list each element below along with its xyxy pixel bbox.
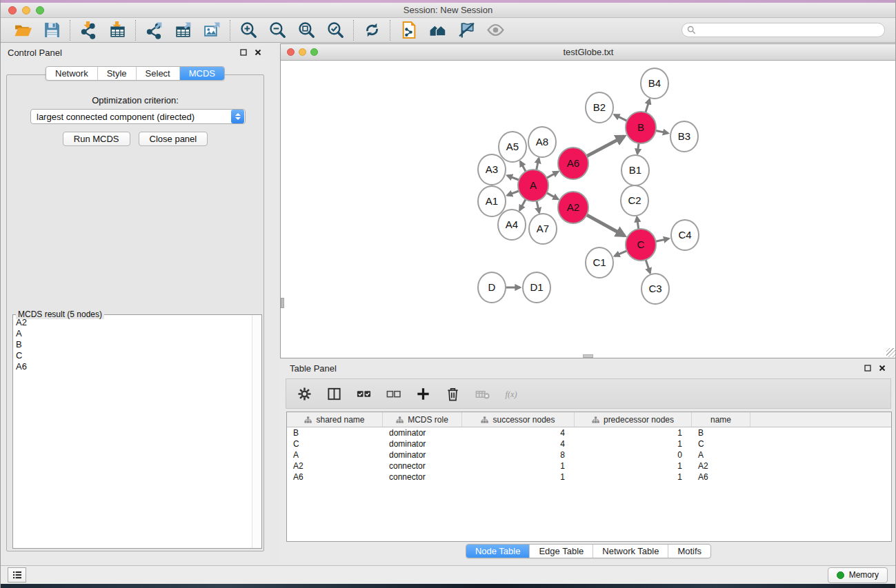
graph-edge-B-B3[interactable] — [655, 130, 668, 133]
graph-node-B[interactable]: B — [626, 112, 656, 143]
column-header-mcds-role[interactable]: MCDS role — [383, 412, 462, 427]
float-panel-icon[interactable] — [240, 49, 247, 56]
graph-edge-B-B2[interactable] — [615, 114, 628, 121]
close-table-panel-icon[interactable] — [879, 365, 886, 372]
graph-node-A7[interactable]: A7 — [529, 214, 557, 244]
network-canvas[interactable]: AA1A2A3A4A5A6A7A8BB1B2B3B4CC1C2C3C4DD1 — [281, 61, 896, 358]
memory-button[interactable]: Memory — [828, 567, 888, 583]
table-row[interactable]: Adominator80A — [287, 449, 891, 460]
table-cell[interactable]: B — [287, 428, 383, 438]
minimize-window-button[interactable] — [22, 6, 30, 14]
table-cell[interactable]: 1 — [462, 472, 575, 482]
graph-edge-A6-B[interactable] — [586, 136, 625, 157]
table-row[interactable]: A2connector11A2 — [287, 460, 891, 472]
graph-node-C[interactable]: C — [626, 229, 656, 261]
table-cell[interactable]: 4 — [462, 428, 575, 438]
graph-edge-A-A3[interactable] — [507, 176, 519, 181]
result-scrollbar[interactable] — [252, 315, 261, 548]
tab-select[interactable]: Select — [136, 67, 179, 80]
table-cell[interactable]: 0 — [575, 450, 692, 460]
show-all-button[interactable] — [484, 20, 506, 41]
graph-edge-A-A6[interactable] — [546, 172, 558, 179]
first-neighbors-button[interactable] — [426, 20, 448, 41]
graph-node-B3[interactable]: B3 — [670, 121, 698, 152]
graph-edge-C-C4[interactable] — [655, 239, 669, 241]
graph-node-C2[interactable]: C2 — [621, 185, 648, 216]
tab-network[interactable]: Network — [46, 67, 97, 80]
canvas-horizontal-scrollbar[interactable] — [285, 354, 886, 358]
graph-edge-C-C3[interactable] — [646, 258, 650, 273]
column-header-successor-nodes[interactable]: successor nodes — [462, 412, 575, 427]
graph-node-A5[interactable]: A5 — [499, 132, 526, 162]
mcds-result-item[interactable]: A6 — [13, 361, 251, 372]
table-cell[interactable]: 1 — [575, 461, 692, 471]
table-cell[interactable]: connector — [383, 461, 462, 471]
column-header-name[interactable]: name — [692, 412, 750, 427]
table-cell[interactable]: dominator — [383, 439, 462, 449]
close-panel-button[interactable]: Close panel — [139, 132, 208, 146]
graph-edge-A2-C[interactable] — [586, 214, 624, 236]
run-mcds-button[interactable]: Run MCDS — [63, 132, 130, 146]
graph-node-B4[interactable]: B4 — [641, 68, 668, 99]
table-mode-settings-button[interactable] — [295, 385, 313, 403]
mcds-result-item[interactable]: A2 — [13, 317, 251, 328]
table-cell[interactable]: C — [287, 439, 383, 449]
table-cell[interactable]: A6 — [692, 472, 750, 482]
table-cell[interactable]: C — [692, 439, 750, 449]
table-cell[interactable]: 1 — [575, 439, 692, 449]
canvas-vertical-scrollbar[interactable] — [281, 61, 284, 354]
column-header-predecessor-nodes[interactable]: predecessor nodes — [575, 412, 692, 427]
graph-node-D1[interactable]: D1 — [523, 272, 550, 303]
close-panel-icon[interactable] — [255, 49, 261, 56]
table-cell[interactable]: connector — [383, 472, 462, 482]
graph-edge-C-C1[interactable] — [615, 250, 628, 256]
graph-node-A[interactable]: A — [518, 170, 548, 201]
minimize-network-window-button[interactable] — [299, 48, 306, 56]
search-input[interactable] — [699, 25, 879, 36]
delete-columns-button[interactable] — [444, 385, 461, 403]
column-header-shared-name[interactable]: shared name — [287, 412, 383, 427]
import-table-from-file-button[interactable] — [106, 20, 128, 41]
graph-node-A3[interactable]: A3 — [478, 154, 506, 185]
table-cell[interactable]: 4 — [462, 439, 575, 449]
apply-layout-refresh-button[interactable] — [361, 20, 383, 41]
export-image-button[interactable] — [201, 20, 223, 41]
select-all-rows-button[interactable] — [355, 385, 372, 403]
import-network-from-file-button[interactable] — [77, 20, 99, 41]
new-network-from-selection-button[interactable] — [397, 20, 419, 41]
table-cell[interactable]: 8 — [462, 450, 575, 460]
graph-node-B2[interactable]: B2 — [586, 92, 613, 123]
deselect-all-rows-button[interactable] — [384, 385, 402, 403]
graph-node-C3[interactable]: C3 — [641, 274, 669, 304]
table-cell[interactable]: A6 — [287, 472, 383, 482]
table-cell[interactable]: 1 — [462, 461, 575, 471]
resize-grip-icon[interactable] — [886, 348, 895, 357]
tab-node-table[interactable]: Node Table — [466, 545, 530, 558]
export-network-button[interactable] — [143, 20, 165, 41]
create-new-column-button[interactable] — [414, 385, 432, 403]
table-cell[interactable]: A — [287, 450, 383, 460]
table-cell[interactable]: dominator — [383, 450, 462, 460]
graph-edge-A-A2[interactable] — [546, 192, 558, 199]
float-table-panel-icon[interactable] — [864, 365, 871, 372]
graph-node-B1[interactable]: B1 — [621, 155, 649, 185]
graph-edge-A-A4[interactable] — [519, 198, 526, 210]
mcds-result-item[interactable]: A — [13, 328, 251, 339]
table-cell[interactable]: 1 — [575, 428, 692, 438]
graph-node-A2[interactable]: A2 — [558, 192, 588, 223]
graph-node-A1[interactable]: A1 — [478, 186, 506, 216]
graph-node-A6[interactable]: A6 — [558, 148, 588, 179]
graph-edge-A-A1[interactable] — [507, 191, 519, 196]
table-cell[interactable]: B — [692, 428, 750, 438]
zoom-window-button[interactable] — [36, 6, 44, 14]
table-row[interactable]: Bdominator41B — [287, 427, 891, 438]
close-window-button[interactable] — [8, 6, 17, 14]
tab-edge-table[interactable]: Edge Table — [529, 545, 593, 558]
mcds-result-item[interactable]: C — [13, 350, 251, 361]
table-cell[interactable]: dominator — [383, 428, 462, 438]
graph-node-D[interactable]: D — [478, 272, 506, 303]
save-session-button[interactable] — [41, 20, 63, 41]
tab-style[interactable]: Style — [97, 67, 136, 80]
table-row[interactable]: A6connector11A6 — [287, 472, 891, 483]
mcds-result-item[interactable]: B — [13, 339, 251, 350]
